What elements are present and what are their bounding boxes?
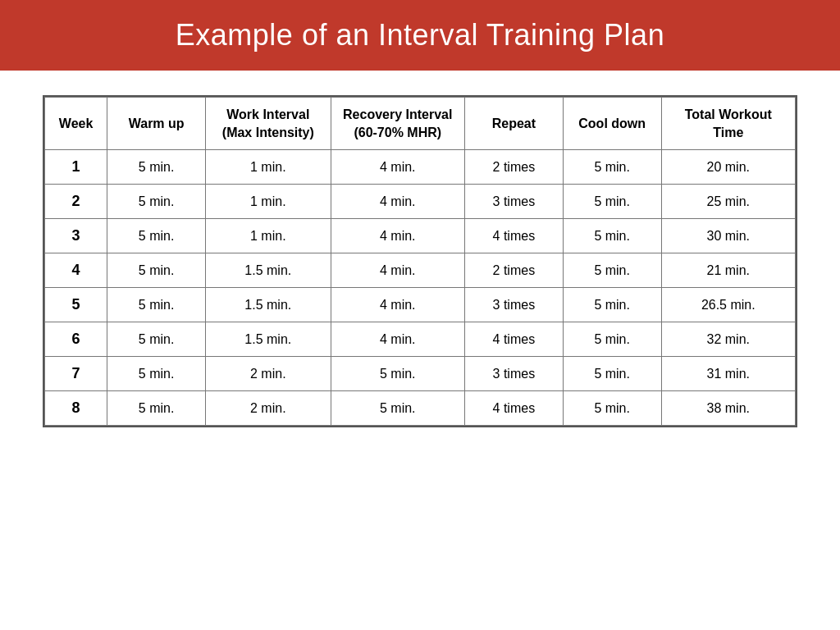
table-row: 15 min.1 min.4 min.2 times5 min.20 min. (45, 150, 796, 185)
cell-warmup-row-2: 5 min. (107, 185, 206, 219)
cell-week-row-1: 1 (45, 150, 107, 185)
cell-repeat-row-8: 4 times (464, 391, 563, 426)
cell-warmup-row-3: 5 min. (107, 219, 206, 253)
cell-work_interval-row-4: 1.5 min. (206, 253, 331, 288)
cell-work_interval-row-1: 1 min. (206, 150, 331, 185)
cell-repeat-row-5: 3 times (464, 288, 563, 322)
cell-week-row-2: 2 (45, 185, 107, 219)
cell-recovery_interval-row-6: 4 min. (331, 322, 464, 357)
cell-work_interval-row-5: 1.5 min. (206, 288, 331, 322)
page-title: Example of an Interval Training Plan (176, 18, 664, 52)
cell-repeat-row-7: 3 times (464, 357, 563, 391)
cell-repeat-row-4: 2 times (464, 253, 563, 288)
cell-recovery_interval-row-2: 4 min. (331, 185, 464, 219)
cell-recovery_interval-row-4: 4 min. (331, 253, 464, 288)
cell-cool_down-row-2: 5 min. (563, 185, 661, 219)
cell-week-row-8: 8 (45, 391, 107, 426)
cell-total_workout_time-row-4: 21 min. (661, 253, 795, 288)
col-header-total-workout-time: Total Workout Time (661, 98, 795, 150)
col-header-cool-down: Cool down (563, 98, 661, 150)
cell-work_interval-row-8: 2 min. (206, 391, 331, 426)
cell-total_workout_time-row-8: 38 min. (661, 391, 795, 426)
training-plan-table: Week Warm up Work Interval (Max Intensit… (44, 97, 796, 426)
col-header-week: Week (45, 98, 107, 150)
cell-cool_down-row-8: 5 min. (563, 391, 661, 426)
cell-warmup-row-1: 5 min. (107, 150, 206, 185)
cell-recovery_interval-row-8: 5 min. (331, 391, 464, 426)
col-header-recovery-interval: Recovery Interval (60-70% MHR) (331, 98, 464, 150)
cell-recovery_interval-row-3: 4 min. (331, 219, 464, 253)
cell-warmup-row-4: 5 min. (107, 253, 206, 288)
cell-repeat-row-6: 4 times (464, 322, 563, 357)
cell-repeat-row-3: 4 times (464, 219, 563, 253)
table-row: 85 min.2 min.5 min.4 times5 min.38 min. (45, 391, 796, 426)
cell-cool_down-row-7: 5 min. (563, 357, 661, 391)
cell-week-row-3: 3 (45, 219, 107, 253)
col-header-warmup: Warm up (107, 98, 206, 150)
cell-warmup-row-5: 5 min. (107, 288, 206, 322)
cell-work_interval-row-2: 1 min. (206, 185, 331, 219)
table-body: 15 min.1 min.4 min.2 times5 min.20 min.2… (45, 150, 796, 426)
col-header-repeat: Repeat (464, 98, 563, 150)
table-row: 25 min.1 min.4 min.3 times5 min.25 min. (45, 185, 796, 219)
cell-total_workout_time-row-3: 30 min. (661, 219, 795, 253)
table-row: 65 min.1.5 min.4 min.4 times5 min.32 min… (45, 322, 796, 357)
cell-total_workout_time-row-7: 31 min. (661, 357, 795, 391)
cell-work_interval-row-6: 1.5 min. (206, 322, 331, 357)
page-header: Example of an Interval Training Plan (0, 0, 840, 71)
cell-repeat-row-2: 3 times (464, 185, 563, 219)
cell-total_workout_time-row-2: 25 min. (661, 185, 795, 219)
cell-cool_down-row-6: 5 min. (563, 322, 661, 357)
table-row: 45 min.1.5 min.4 min.2 times5 min.21 min… (45, 253, 796, 288)
cell-week-row-6: 6 (45, 322, 107, 357)
table-row: 35 min.1 min.4 min.4 times5 min.30 min. (45, 219, 796, 253)
cell-cool_down-row-4: 5 min. (563, 253, 661, 288)
cell-work_interval-row-3: 1 min. (206, 219, 331, 253)
cell-week-row-7: 7 (45, 357, 107, 391)
cell-cool_down-row-3: 5 min. (563, 219, 661, 253)
cell-week-row-4: 4 (45, 253, 107, 288)
cell-week-row-5: 5 (45, 288, 107, 322)
cell-recovery_interval-row-1: 4 min. (331, 150, 464, 185)
cell-warmup-row-8: 5 min. (107, 391, 206, 426)
cell-recovery_interval-row-7: 5 min. (331, 357, 464, 391)
cell-total_workout_time-row-5: 26.5 min. (661, 288, 795, 322)
cell-total_workout_time-row-6: 32 min. (661, 322, 795, 357)
cell-warmup-row-6: 5 min. (107, 322, 206, 357)
cell-cool_down-row-5: 5 min. (563, 288, 661, 322)
table-row: 75 min.2 min.5 min.3 times5 min.31 min. (45, 357, 796, 391)
training-plan-table-container: Week Warm up Work Interval (Max Intensit… (43, 95, 797, 427)
cell-cool_down-row-1: 5 min. (563, 150, 661, 185)
table-row: 55 min.1.5 min.4 min.3 times5 min.26.5 m… (45, 288, 796, 322)
cell-work_interval-row-7: 2 min. (206, 357, 331, 391)
cell-total_workout_time-row-1: 20 min. (661, 150, 795, 185)
cell-warmup-row-7: 5 min. (107, 357, 206, 391)
table-header-row: Week Warm up Work Interval (Max Intensit… (45, 98, 796, 150)
cell-repeat-row-1: 2 times (464, 150, 563, 185)
col-header-work-interval: Work Interval (Max Intensity) (206, 98, 331, 150)
cell-recovery_interval-row-5: 4 min. (331, 288, 464, 322)
